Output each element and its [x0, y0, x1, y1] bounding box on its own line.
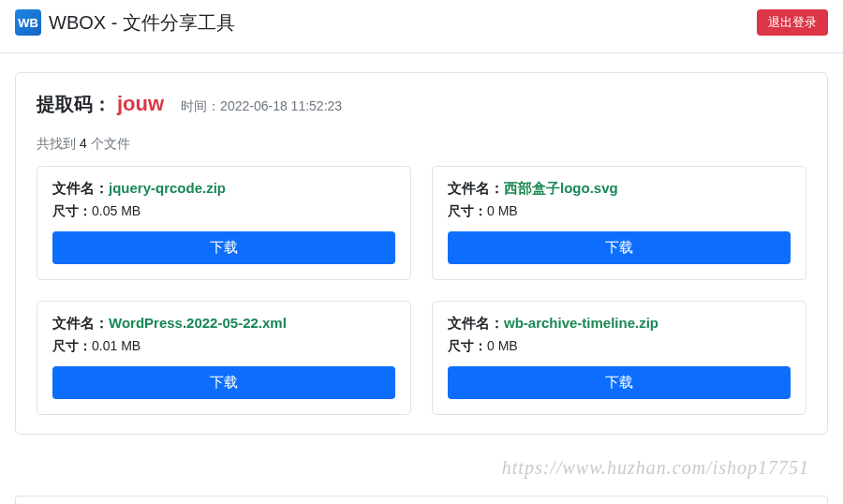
time-text: 时间：2022-06-18 11:52:23 — [181, 98, 342, 115]
navbar-brand: WB WBOX - 文件分享工具 — [15, 9, 235, 36]
file-size: 0 MB — [487, 338, 518, 353]
download-button[interactable]: 下载 — [52, 231, 395, 264]
size-label: 尺寸： — [448, 203, 487, 218]
file-card: 文件名：wb-archive-timeline.zip 尺寸：0 MB 下载 — [432, 301, 806, 415]
file-card: 文件名：西部盒子logo.svg 尺寸：0 MB 下载 — [432, 166, 806, 280]
file-grid: 文件名：jquery-qrcode.zip 尺寸：0.05 MB 下载 文件名：… — [37, 166, 806, 415]
logo-icon: WB — [15, 9, 41, 36]
logout-button[interactable]: 退出登录 — [757, 9, 828, 36]
size-label: 尺寸： — [52, 203, 92, 218]
filename-label: 文件名： — [448, 180, 504, 196]
file-size: 0.05 MB — [92, 203, 140, 218]
size-label: 尺寸： — [52, 338, 92, 353]
file-card: 文件名：jquery-qrcode.zip 尺寸：0.05 MB 下载 — [37, 166, 411, 280]
size-label: 尺寸： — [448, 338, 487, 353]
watermark-text: https://www.huzhan.com/ishop17751 — [15, 457, 809, 479]
file-card: 文件名：WordPress.2022-05-22.xml 尺寸：0.01 MB … — [37, 301, 411, 415]
download-button[interactable]: 下载 — [52, 366, 395, 399]
file-size: 0 MB — [487, 203, 518, 218]
download-button[interactable]: 下载 — [448, 231, 791, 264]
accordion-item: 有什么用 — [15, 496, 828, 504]
file-name: jquery-qrcode.zip — [109, 180, 226, 196]
main-panel: 提取码： jouw 时间：2022-06-18 11:52:23 共找到 4 个… — [15, 72, 828, 435]
app-title: WBOX - 文件分享工具 — [49, 10, 235, 36]
file-name: wb-archive-timeline.zip — [504, 315, 658, 331]
found-count-text: 共找到 4 个文件 — [37, 136, 806, 153]
code-label: 提取码： — [37, 92, 111, 117]
file-name: 西部盒子logo.svg — [504, 180, 618, 196]
filename-label: 文件名： — [448, 315, 504, 331]
file-size: 0.01 MB — [92, 338, 140, 353]
code-value: jouw — [117, 92, 164, 116]
filename-label: 文件名： — [52, 180, 109, 196]
navbar: WB WBOX - 文件分享工具 退出登录 — [0, 0, 843, 45]
file-name: WordPress.2022-05-22.xml — [109, 315, 287, 331]
download-button[interactable]: 下载 — [448, 366, 791, 399]
accordion-header[interactable]: 有什么用 — [16, 497, 827, 504]
filename-label: 文件名： — [52, 315, 109, 331]
divider — [0, 52, 843, 53]
accordion: 有什么用 关于过期时间 — [15, 496, 828, 504]
code-row: 提取码： jouw 时间：2022-06-18 11:52:23 — [37, 92, 806, 117]
